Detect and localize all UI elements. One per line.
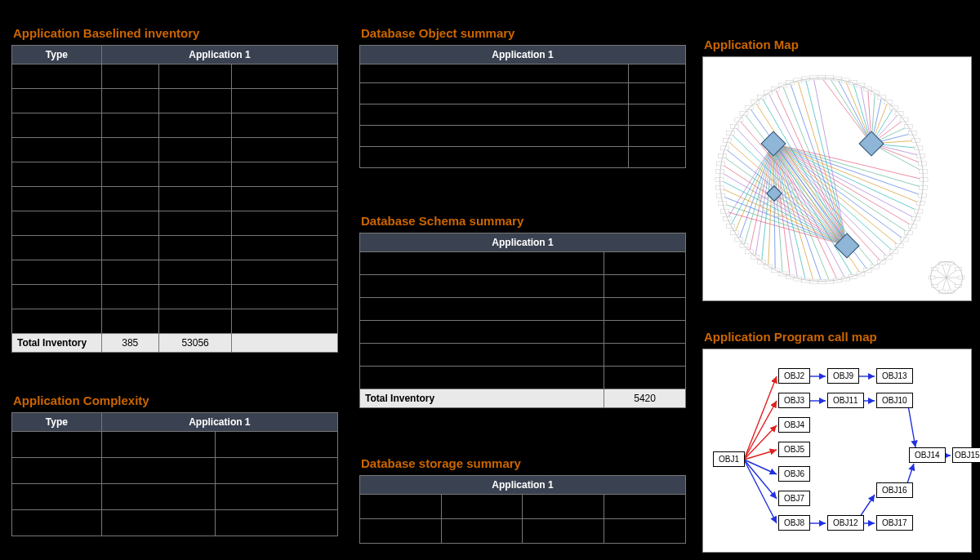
table-cell [216, 432, 338, 458]
table-cell [360, 83, 629, 104]
table-cell [12, 89, 102, 113]
table-cell [360, 367, 604, 389]
callmap-node-6: OBJ6 [778, 466, 810, 482]
table-cell [101, 236, 158, 260]
table-cell [360, 344, 604, 367]
table-cell [604, 321, 686, 344]
table-cell [12, 510, 102, 536]
table-cell [232, 211, 338, 236]
table-cell [101, 285, 158, 309]
table-cell [360, 252, 604, 275]
table-cell [101, 458, 216, 484]
table-cell [158, 138, 232, 162]
baselined-th-app: Application 1 [101, 46, 337, 64]
table-cell [158, 113, 232, 138]
svg-line-200 [744, 460, 777, 523]
table-cell [232, 285, 338, 309]
table-cell [629, 104, 686, 126]
table-cell [604, 495, 686, 519]
callmap-title: Application Program call map [702, 327, 972, 349]
baselined-total-col3: 53056 [158, 334, 232, 353]
schema-title: Database Schema summary [359, 211, 686, 233]
baselined-table: Type Application 1 Total Inventory 385 5… [11, 45, 338, 353]
dbobj-th-blank [360, 64, 629, 83]
table-cell [158, 260, 232, 285]
dbobj-th-hash: # [629, 64, 686, 83]
table-cell [360, 321, 604, 344]
appmap-box [702, 56, 972, 301]
table-cell [12, 138, 102, 162]
table-cell [101, 162, 158, 187]
table-cell [12, 285, 102, 309]
baselined-total-col4 [232, 334, 338, 353]
callmap-node-9: OBJ9 [827, 368, 859, 384]
callmap-node-5: OBJ5 [778, 442, 810, 457]
table-cell [232, 260, 338, 285]
table-cell [232, 187, 338, 211]
baselined-title: Application Baselined inventory [11, 23, 338, 45]
table-cell [158, 89, 232, 113]
complexity-table: Type Application 1 [11, 412, 338, 536]
baselined-th-type: Type [12, 46, 102, 64]
table-cell [158, 236, 232, 260]
table-cell [216, 510, 338, 536]
table-cell [360, 104, 629, 126]
callmap-node-13: OBJ13 [876, 368, 913, 384]
table-cell [12, 458, 102, 484]
table-cell [101, 260, 158, 285]
table-cell [12, 236, 102, 260]
table-cell [232, 138, 338, 162]
dbobj-th-app: Application 1 [360, 46, 686, 64]
callmap-node-16: OBJ16 [876, 482, 913, 498]
callmap-node-14: OBJ14 [909, 447, 946, 463]
appmap-title: Application Map [702, 34, 972, 56]
table-cell [360, 126, 629, 147]
table-cell [360, 275, 604, 298]
table-cell [604, 275, 686, 298]
table-cell [101, 89, 158, 113]
callmap-node-11: OBJ11 [827, 393, 864, 408]
table-cell [101, 309, 158, 334]
table-cell [629, 126, 686, 147]
table-cell [523, 519, 604, 544]
callmap-node-1: OBJ1 [713, 451, 745, 467]
baselined-total-col2: 385 [101, 334, 158, 353]
svg-line-198 [744, 460, 777, 474]
complexity-th-app: Application 1 [101, 413, 337, 432]
dbobj-table: Application 1 # [359, 45, 686, 168]
table-cell [12, 113, 102, 138]
table-cell [232, 162, 338, 187]
callmap-node-15: OBJ15 [952, 447, 980, 463]
table-cell [158, 309, 232, 334]
table-cell [12, 484, 102, 510]
callmap-node-8: OBJ8 [778, 515, 810, 531]
table-cell [101, 64, 158, 89]
table-cell [360, 495, 442, 519]
table-cell [158, 64, 232, 89]
table-cell [158, 187, 232, 211]
callmap-node-4: OBJ4 [778, 417, 810, 433]
table-cell [12, 211, 102, 236]
callmap-node-12: OBJ12 [827, 515, 864, 531]
table-cell [523, 495, 604, 519]
table-cell [101, 432, 216, 458]
table-cell [12, 187, 102, 211]
table-cell [158, 211, 232, 236]
table-cell [441, 495, 523, 519]
table-cell [216, 484, 338, 510]
table-cell [158, 285, 232, 309]
callmap-node-3: OBJ3 [778, 393, 810, 408]
complexity-title: Application Complexity [11, 390, 338, 412]
baselined-total-label: Total Inventory [12, 334, 102, 353]
storage-table: Application 1 [359, 475, 686, 544]
table-cell [629, 83, 686, 104]
table-cell [216, 458, 338, 484]
table-cell [101, 113, 158, 138]
table-cell [101, 510, 216, 536]
svg-line-194 [744, 376, 777, 460]
schema-th-app: Application 1 [360, 233, 686, 252]
table-cell [12, 64, 102, 89]
table-cell [604, 344, 686, 367]
table-cell [360, 298, 604, 321]
svg-line-199 [744, 460, 777, 499]
